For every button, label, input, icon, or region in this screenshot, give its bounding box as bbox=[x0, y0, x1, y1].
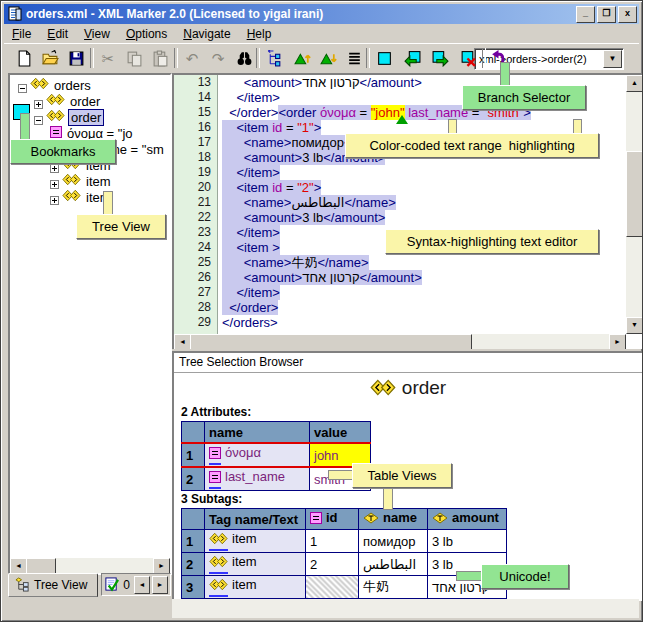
attributes-table[interactable]: namevalue1όνομαjohn2last_namesmith bbox=[181, 421, 371, 491]
combo-dropdown-icon[interactable]: ▼ bbox=[603, 50, 622, 68]
tree-branch-icon[interactable] bbox=[262, 47, 286, 69]
expand-icon[interactable] bbox=[34, 97, 43, 106]
code-line-19[interactable]: </item> bbox=[222, 165, 626, 180]
line-number: 25 bbox=[174, 255, 217, 270]
bookmark-clear-icon[interactable] bbox=[456, 47, 480, 69]
sort-up-icon[interactable] bbox=[290, 47, 314, 69]
tab-tree-view[interactable]: Tree View bbox=[8, 573, 98, 597]
tree-item-orders[interactable]: orders bbox=[18, 77, 93, 93]
sort-down-icon[interactable] bbox=[316, 47, 340, 69]
subtags-table[interactable]: Tag name/Textidnameamount1item1помидор3 … bbox=[181, 508, 507, 599]
editor-vertical-scrollbar[interactable]: ▲ ▼ bbox=[626, 75, 642, 334]
save-file-icon[interactable] bbox=[64, 47, 88, 69]
callout-branch-selector: Branch Selector bbox=[462, 85, 586, 110]
code-line-25[interactable]: <name>牛奶</name> bbox=[222, 255, 626, 270]
menu-options[interactable]: Options bbox=[118, 26, 175, 42]
attribute-name-cell[interactable]: όνομα bbox=[205, 443, 310, 467]
code-segment bbox=[222, 180, 236, 195]
attribute-name-cell[interactable]: last_name bbox=[205, 467, 310, 491]
subtag-name-cell[interactable]: 牛奶 bbox=[359, 576, 428, 599]
minimize-button[interactable]: _ bbox=[576, 6, 595, 23]
code-segment: "2" bbox=[297, 180, 313, 195]
subtag-tag-cell[interactable]: item bbox=[205, 553, 306, 576]
code-line-29[interactable]: </orders> bbox=[222, 315, 626, 330]
collapse-icon[interactable] bbox=[34, 113, 43, 122]
cut-icon: ✂ bbox=[96, 47, 120, 69]
code-line-27[interactable]: </item> bbox=[222, 285, 626, 300]
maximize-button[interactable]: ❐ bbox=[597, 6, 616, 23]
tree-item-item[interactable]: item bbox=[50, 173, 113, 189]
code-segment bbox=[222, 75, 244, 90]
subtag-tag-cell[interactable]: item bbox=[205, 576, 306, 599]
subtag-header-amount: amount bbox=[428, 509, 507, 530]
code-segment: <name> bbox=[244, 255, 292, 270]
line-number: 22 bbox=[174, 210, 217, 225]
subtag-tag-cell[interactable]: item bbox=[205, 530, 306, 553]
next-bookmark-arrow-icon[interactable]: ► bbox=[152, 576, 168, 594]
redo-icon: ↷ bbox=[206, 47, 230, 69]
code-line-20[interactable]: <item id = "2"> bbox=[222, 180, 626, 195]
tree-item-order[interactable]: order bbox=[34, 109, 104, 125]
subtag-id-cell[interactable] bbox=[306, 576, 359, 599]
line-number: 17 bbox=[174, 135, 217, 150]
collapse-icon[interactable] bbox=[18, 81, 27, 90]
subtag-name: item bbox=[232, 531, 257, 546]
scroll-up-icon[interactable]: ▲ bbox=[626, 75, 642, 92]
bookmark-toggle-icon[interactable] bbox=[372, 47, 396, 69]
title-bar[interactable]: orders.xml - XML Marker 2.0 (Licensed to… bbox=[4, 4, 639, 24]
subtag-row[interactable]: 1item1помидор3 lb bbox=[182, 530, 507, 553]
scroll-left-icon[interactable]: ◄ bbox=[174, 334, 191, 349]
callout-table-views: Table Views bbox=[352, 463, 452, 488]
editor-horizontal-scrollbar[interactable]: ◄ ► bbox=[174, 334, 626, 349]
subtag-id-cell[interactable]: 1 bbox=[306, 530, 359, 553]
attribute-row[interactable]: 1όνομαjohn bbox=[182, 443, 371, 467]
line-number: 26 bbox=[174, 270, 217, 285]
expand-icon[interactable] bbox=[50, 193, 59, 202]
tree-horizontal-scrollbar[interactable]: ◄ ► bbox=[10, 558, 170, 573]
subtag-name-cell[interactable]: البطاطس bbox=[359, 553, 428, 576]
code-segment bbox=[222, 90, 236, 105]
menu-view[interactable]: View bbox=[76, 26, 118, 42]
row-number: 2 bbox=[182, 467, 205, 491]
bookmark-prev-icon[interactable] bbox=[400, 47, 424, 69]
subtag-amount-cell[interactable]: 3 lb bbox=[428, 530, 507, 553]
find-icon[interactable] bbox=[232, 47, 256, 69]
code-line-28[interactable]: </order> bbox=[222, 300, 626, 315]
code-line-21[interactable]: <name>البطاطس</name> bbox=[222, 195, 626, 210]
code-segment: </item> bbox=[236, 90, 279, 105]
menu-file[interactable]: File bbox=[4, 26, 39, 42]
code-segment: <item bbox=[236, 180, 272, 195]
tag-icon bbox=[209, 532, 228, 551]
code-segment bbox=[222, 225, 236, 240]
bookmark-counter: 0 ◄ ► bbox=[101, 573, 171, 596]
subtag-name-cell[interactable]: помидор bbox=[359, 530, 428, 553]
code-line-26[interactable]: <amount>קרטון אחד</amount> bbox=[222, 270, 626, 285]
toolbar: xml->orders->order(2) ▼ ✂↶↷ bbox=[4, 43, 639, 71]
code-segment: > bbox=[314, 180, 322, 195]
menu-edit[interactable]: Edit bbox=[39, 26, 76, 42]
scroll-thumb[interactable] bbox=[190, 334, 472, 349]
tree-item-label: orders bbox=[52, 78, 93, 93]
code-line-22[interactable]: <amount>3 lb</amount> bbox=[222, 210, 626, 225]
subtag-header-id: id bbox=[306, 509, 359, 530]
menu-navigate[interactable]: Navigate bbox=[175, 26, 238, 42]
close-button[interactable]: x bbox=[618, 6, 637, 23]
scroll-right-icon[interactable]: ► bbox=[609, 334, 626, 349]
justify-icon[interactable] bbox=[342, 47, 366, 69]
bookmark-next-icon[interactable] bbox=[428, 47, 452, 69]
selected-node-heading: order bbox=[174, 377, 642, 399]
row-number: 2 bbox=[182, 553, 205, 576]
code-area[interactable]: <amount>קרטון אחד</amount> </item> </ord… bbox=[222, 75, 626, 334]
tab-tree-view-label: Tree View bbox=[34, 578, 87, 592]
scroll-down-icon[interactable]: ▼ bbox=[626, 317, 642, 334]
toolbar-separator bbox=[256, 48, 260, 68]
scroll-thumb[interactable] bbox=[626, 151, 642, 237]
menu-help[interactable]: Help bbox=[239, 26, 280, 42]
open-file-icon[interactable] bbox=[38, 47, 62, 69]
line-number: 18 bbox=[174, 150, 217, 165]
prev-bookmark-arrow-icon[interactable]: ◄ bbox=[134, 576, 150, 594]
expand-icon[interactable] bbox=[50, 177, 59, 186]
subtag-id-cell[interactable]: 2 bbox=[306, 553, 359, 576]
new-file-icon[interactable] bbox=[12, 47, 36, 69]
tree-item-order[interactable]: order bbox=[34, 93, 102, 109]
